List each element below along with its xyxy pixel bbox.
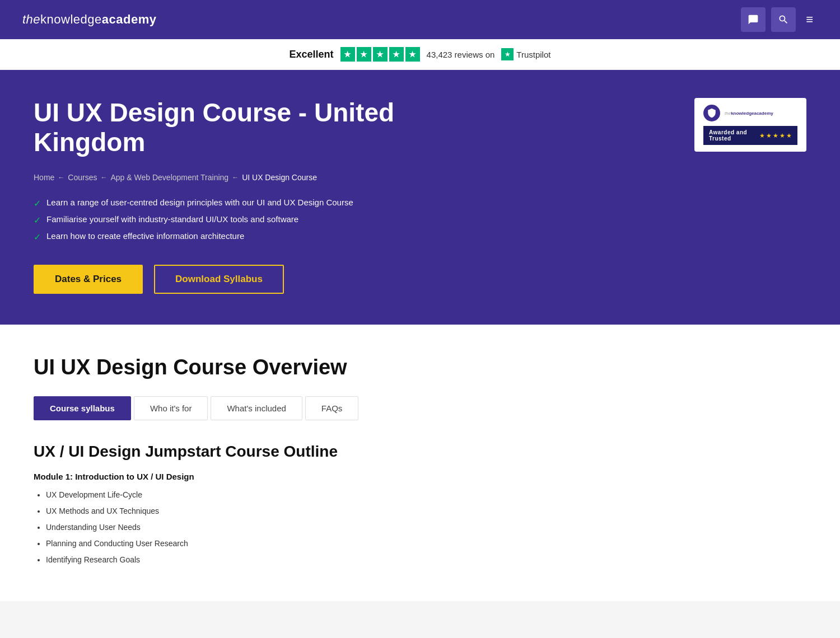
star-4: ★	[389, 47, 404, 62]
module-item-2: UX Methods and UX Techniques	[46, 505, 806, 517]
hero-buttons: Dates & Prices Download Syllabus	[34, 265, 493, 294]
star-1: ★	[340, 47, 355, 62]
dates-prices-button[interactable]: Dates & Prices	[34, 265, 143, 294]
search-button[interactable]	[771, 7, 796, 32]
tab-whats-included[interactable]: What's included	[211, 396, 302, 420]
award-star-5: ★	[786, 132, 792, 139]
reviews-text: 43,423 reviews on	[427, 50, 495, 59]
award-stars: ★ ★ ★ ★ ★	[759, 132, 792, 139]
award-star-2: ★	[766, 132, 772, 139]
download-syllabus-button[interactable]: Download Syllabus	[154, 265, 284, 294]
logo-academy: academy	[102, 12, 157, 26]
bullet-1: ✓ Learn a range of user-centred design p…	[34, 198, 493, 209]
hamburger-button[interactable]: ≡	[801, 8, 818, 31]
breadcrumb-app-web[interactable]: App & Web Development Training	[111, 173, 229, 182]
award-star-4: ★	[780, 132, 785, 139]
hero-title: UI UX Design Course - United Kingdom	[34, 98, 493, 157]
star-3: ★	[373, 47, 388, 62]
trustpilot-logo: ★ Trustpilot	[501, 48, 550, 60]
star-2: ★	[357, 47, 371, 62]
bullet-2: ✓ Familiarise yourself with industry-sta…	[34, 214, 493, 226]
breadcrumb: Home ← Courses ← App & Web Development T…	[34, 173, 493, 182]
check-icon-3: ✓	[34, 232, 41, 242]
site-logo[interactable]: theknowledgeacademy	[22, 12, 156, 27]
award-badge-top: theknowledgeacademy	[703, 105, 797, 121]
breadcrumb-courses[interactable]: Courses	[68, 173, 97, 182]
tp-star-icon: ★	[501, 48, 514, 60]
module-item-5: Identifying Research Goals	[46, 554, 806, 566]
module-1-list: UX Development Life-Cycle UX Methods and…	[34, 489, 806, 566]
award-badge-bottom: Awarded and Trusted ★ ★ ★ ★ ★	[703, 126, 797, 145]
bullet-2-text: Familiarise yourself with industry-stand…	[46, 214, 298, 224]
breadcrumb-home[interactable]: Home	[34, 173, 54, 182]
tabs: Course syllabus Who it's for What's incl…	[34, 396, 806, 420]
trustpilot-bar: Excellent ★ ★ ★ ★ ★ 43,423 reviews on ★ …	[0, 39, 840, 70]
chat-button[interactable]	[741, 7, 766, 32]
overview-title: UI UX Design Course Overview	[34, 355, 806, 379]
star-5: ★	[405, 47, 420, 62]
main-content: UI UX Design Course Overview Course syll…	[0, 325, 840, 601]
navbar: theknowledgeacademy ≡	[0, 0, 840, 39]
hero-bullets: ✓ Learn a range of user-centred design p…	[34, 198, 493, 242]
award-badge: theknowledgeacademy Awarded and Trusted …	[694, 98, 806, 152]
hero-section: UI UX Design Course - United Kingdom Hom…	[0, 70, 840, 325]
module-item-4: Planning and Conducting User Research	[46, 538, 806, 550]
star-rating: ★ ★ ★ ★ ★	[340, 47, 420, 62]
excellent-label: Excellent	[290, 49, 334, 60]
hero-content: UI UX Design Course - United Kingdom Hom…	[34, 98, 493, 294]
bullet-3-text: Learn how to create effective informatio…	[46, 231, 244, 241]
award-logo-the: theknowledgeacademy	[725, 111, 773, 116]
award-star-1: ★	[759, 132, 765, 139]
course-outline-title: UX / UI Design Jumpstart Course Outline	[34, 443, 806, 461]
module-item-1: UX Development Life-Cycle	[46, 489, 806, 501]
chat-icon	[748, 14, 759, 25]
bullet-3: ✓ Learn how to create effective informat…	[34, 231, 493, 242]
tab-who-its-for[interactable]: Who it's for	[134, 396, 208, 420]
breadcrumb-arrow-3: ←	[232, 173, 239, 181]
award-text: Awarded and Trusted	[709, 129, 759, 142]
module-item-3: Understanding User Needs	[46, 522, 806, 533]
award-star-3: ★	[773, 132, 778, 139]
module-1-title: Module 1: Introduction to UX / UI Design	[34, 472, 806, 481]
bullet-1-text: Learn a range of user-centred design pri…	[46, 198, 353, 207]
breadcrumb-arrow-1: ←	[58, 173, 64, 181]
tab-faqs[interactable]: FAQs	[305, 396, 359, 420]
award-emblem	[703, 105, 720, 121]
navbar-icons: ≡	[741, 7, 818, 32]
tab-course-syllabus[interactable]: Course syllabus	[34, 396, 131, 420]
award-logo-text: theknowledgeacademy	[725, 111, 773, 116]
search-icon	[778, 14, 789, 25]
check-icon-1: ✓	[34, 198, 41, 209]
logo-knowledge: knowledge	[40, 12, 102, 26]
trustpilot-brand: Trustpilot	[516, 50, 550, 59]
check-icon-2: ✓	[34, 215, 41, 226]
breadcrumb-arrow-2: ←	[101, 173, 108, 181]
breadcrumb-current: UI UX Design Course	[242, 173, 317, 182]
award-emblem-icon	[707, 108, 717, 118]
logo-the: the	[22, 12, 40, 26]
